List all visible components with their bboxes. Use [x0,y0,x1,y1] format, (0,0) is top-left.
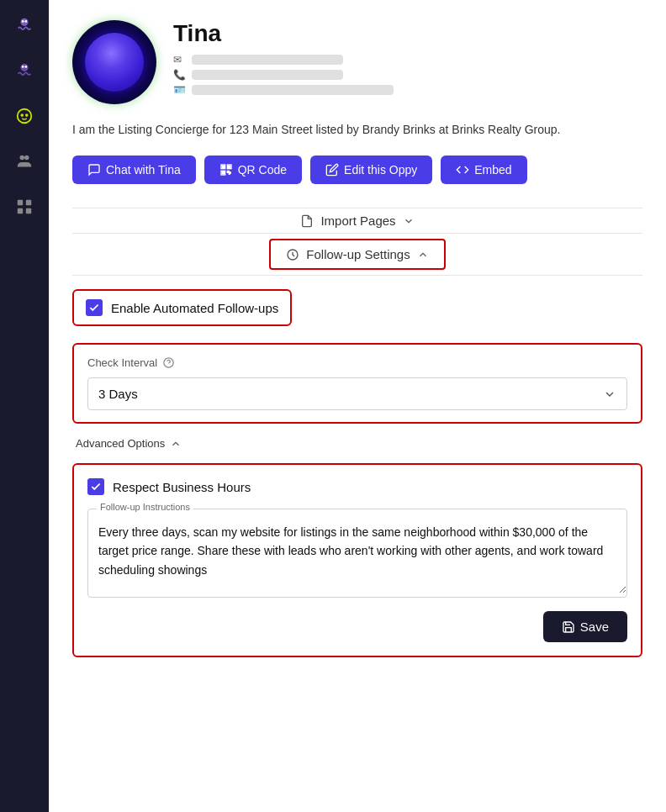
sidebar-icon-octopus2[interactable] [9,55,40,86]
checkmark-icon [88,302,100,314]
respect-label: Respect Business Hours [113,480,251,494]
svg-point-4 [22,66,24,68]
import-header[interactable]: Import Pages [300,214,414,228]
save-button[interactable]: Save [543,611,627,642]
phone-icon: 📞 [173,69,185,81]
interval-box: Check Interval 3 Days [72,343,642,424]
interval-label-row: Check Interval [87,356,627,369]
svg-rect-14 [26,208,31,214]
id-value [192,85,394,95]
sidebar-icon-octopus[interactable] [9,10,40,40]
sidebar [0,0,49,812]
main-content: Tina ✉ 📞 🪪 I am the Listing Concierge fo… [49,0,666,812]
enable-followup-row[interactable]: Enable Automated Follow-ups [72,289,292,326]
help-icon [162,356,175,369]
interval-value: 3 Days [98,387,138,401]
file-icon [300,214,314,228]
svg-rect-11 [18,200,23,205]
import-section: Import Pages [72,208,642,233]
advanced-options-label: Advanced Options [76,437,165,450]
save-label: Save [580,620,609,634]
profile-name: Tina [173,20,642,47]
svg-point-10 [24,156,29,161]
contact-phone-row: 📞 [173,69,642,81]
followup-section: Follow-up Settings [72,233,642,276]
chevron-down-icon [403,215,415,227]
svg-point-3 [20,64,28,71]
profile-info: Tina ✉ 📞 🪪 [173,20,642,96]
advanced-options-row[interactable]: Advanced Options [72,437,642,450]
enable-followup-checkbox[interactable] [86,299,103,316]
edit-button[interactable]: Edit this Oppy [310,156,432,184]
instructions-field: Follow-up Instructions Every three days,… [87,509,627,598]
svg-point-2 [24,20,27,23]
followup-label: Follow-up Settings [306,247,410,261]
bio-text: I am the Listing Concierge for 123 Main … [72,121,642,139]
qr-button[interactable]: QR Code [204,156,302,184]
svg-point-8 [26,114,28,116]
contact-email-row: ✉ [173,54,642,66]
svg-point-9 [20,156,25,161]
followup-content: Enable Automated Follow-ups Check Interv… [72,276,642,671]
chevron-up-icon [417,249,429,261]
interval-label-text: Check Interval [87,356,157,369]
svg-rect-20 [222,172,224,174]
embed-button[interactable]: Embed [441,156,526,184]
followup-header[interactable]: Follow-up Settings [269,239,445,270]
respect-row[interactable]: Respect Business Hours [87,478,627,495]
instructions-legend: Follow-up Instructions [97,502,193,512]
advanced-content-box: Respect Business Hours Follow-up Instruc… [72,463,642,657]
advanced-chevron-up-icon [170,438,182,450]
svg-point-5 [24,66,27,68]
svg-rect-12 [26,200,31,205]
enable-followup-label: Enable Automated Follow-ups [111,301,278,315]
email-icon: ✉ [173,54,185,66]
profile-contact: ✉ 📞 🪪 [173,54,642,96]
svg-point-0 [20,18,28,26]
qr-icon [219,163,233,177]
avatar-image [72,20,156,104]
svg-point-6 [18,109,32,124]
save-icon [562,620,575,634]
instructions-textarea[interactable]: Every three days, scan my website for li… [88,509,626,593]
phone-value [192,70,343,80]
sidebar-icon-smiley[interactable] [9,101,40,131]
save-btn-row: Save [87,611,627,642]
sidebar-icon-people[interactable] [9,146,40,177]
profile-section: Tina ✉ 📞 🪪 [72,20,642,104]
select-chevron-icon [603,388,616,401]
svg-point-7 [21,114,23,116]
avatar [72,20,156,104]
svg-rect-13 [18,208,23,214]
chat-icon [87,163,101,177]
id-icon: 🪪 [173,84,185,96]
svg-rect-18 [222,166,224,167]
action-buttons: Chat with Tina QR Code Edit this Oppy Em… [72,156,642,184]
clock-icon [286,248,299,261]
svg-rect-19 [228,166,230,167]
embed-icon [456,163,469,177]
sidebar-icon-grid[interactable] [9,192,40,222]
edit-icon [325,163,339,177]
chat-button[interactable]: Chat with Tina [72,156,196,184]
svg-point-1 [22,20,24,23]
import-label: Import Pages [320,214,395,228]
contact-id-row: 🪪 [173,84,642,96]
email-value [192,55,343,65]
interval-select[interactable]: 3 Days [87,377,627,410]
respect-checkmark-icon [90,481,102,493]
respect-checkbox[interactable] [87,478,104,495]
